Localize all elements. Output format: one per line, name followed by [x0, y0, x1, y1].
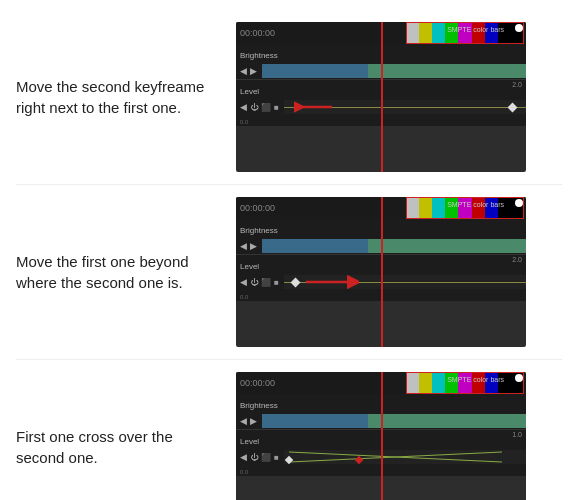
level-power-1[interactable]: ⏻ — [250, 103, 258, 112]
level-trash-3[interactable]: ⬛ — [261, 453, 271, 462]
level-track-1 — [284, 100, 526, 114]
brightness-track-3 — [262, 414, 526, 428]
prev-btn-2[interactable]: ◀ — [240, 241, 247, 251]
level-trash-2[interactable]: ⬛ — [261, 278, 271, 287]
smpte-label-2: SMPTE color bars — [447, 201, 504, 208]
white-circle-3 — [515, 374, 523, 382]
brightness-track-2 — [262, 239, 526, 253]
svg-rect-4 — [285, 456, 293, 464]
timeline-panel-3: 00:00:00 SMPTE color bars Brightness — [236, 372, 526, 500]
level-power-2[interactable]: ⏻ — [250, 278, 258, 287]
next-btn-1[interactable]: ▶ — [250, 66, 257, 76]
level-stop-2[interactable]: ■ — [274, 278, 279, 287]
arrow-right-2 — [304, 274, 359, 290]
brightness-track-1 — [262, 64, 526, 78]
level-power-3[interactable]: ⏻ — [250, 453, 258, 462]
keyframe-1 — [508, 102, 518, 112]
level-track-2 — [284, 275, 526, 289]
timeline-panel-1: 00:00:00 SMPTE color bars Brig — [236, 22, 526, 172]
level-prev-3[interactable]: ◀ — [240, 452, 247, 462]
instruction-text-1: Move the second keyfreame right next to … — [16, 76, 216, 118]
white-circle-2 — [515, 199, 523, 207]
keyframe-2 — [290, 277, 300, 287]
smpte-label-3: SMPTE color bars — [447, 376, 504, 383]
white-circle-1 — [515, 24, 523, 32]
level-track-3 — [284, 450, 526, 464]
instruction-row-2: Move the first one beyond where the seco… — [0, 185, 578, 359]
arrow-left-1 — [294, 99, 334, 115]
brightness-track-fill-1 — [368, 64, 526, 78]
svg-rect-5 — [355, 456, 363, 464]
brightness-track-fill-3 — [368, 414, 526, 428]
level-trash-1[interactable]: ⬛ — [261, 103, 271, 112]
smpte-label-1: SMPTE color bars — [447, 26, 504, 33]
brightness-track-fill-2 — [368, 239, 526, 253]
timeline-panel-2: 00:00:00 SMPTE color bars Brightness — [236, 197, 526, 347]
level-stop-1[interactable]: ■ — [274, 103, 279, 112]
red-playhead-2 — [381, 197, 383, 347]
main-container: Move the second keyfreame right next to … — [0, 0, 578, 500]
prev-btn-3[interactable]: ◀ — [240, 416, 247, 426]
instruction-text-2: Move the first one beyond where the seco… — [16, 251, 216, 293]
crossing-lines-3 — [284, 450, 526, 464]
red-playhead-1 — [381, 22, 383, 172]
level-stop-3[interactable]: ■ — [274, 453, 279, 462]
timecode-3: 00:00:00 — [236, 378, 275, 388]
level-prev-2[interactable]: ◀ — [240, 277, 247, 287]
instruction-text-3: First one cross over the second one. — [16, 426, 216, 468]
level-prev-1[interactable]: ◀ — [240, 102, 247, 112]
instruction-row-1: Move the second keyfreame right next to … — [0, 10, 578, 184]
instruction-row-3: First one cross over the second one. 00:… — [0, 360, 578, 500]
prev-btn-1[interactable]: ◀ — [240, 66, 247, 76]
timecode-2: 00:00:00 — [236, 203, 275, 213]
red-playhead-3 — [381, 372, 383, 500]
next-btn-2[interactable]: ▶ — [250, 241, 257, 251]
next-btn-3[interactable]: ▶ — [250, 416, 257, 426]
timecode-1: 00:00:00 — [236, 28, 275, 38]
